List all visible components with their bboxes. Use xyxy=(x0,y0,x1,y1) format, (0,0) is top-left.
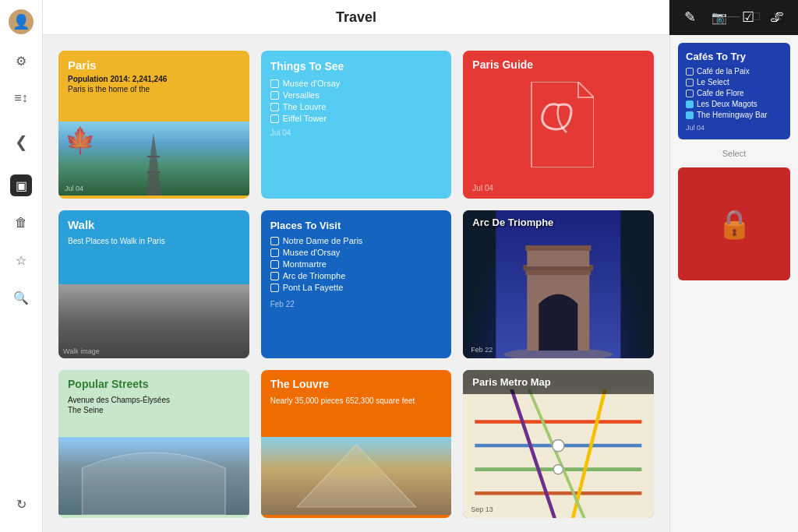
card-paris-image: 🍁 Jul 04 xyxy=(58,122,249,196)
card-walk-body: Best Places to Walk in Paris xyxy=(68,237,240,245)
rp-cafes-checkboxes: Café de la Paix Le Select Cafe de Flore … xyxy=(686,67,782,119)
sidebar-item-trash[interactable]: 🗑 xyxy=(10,212,32,234)
settings-icon[interactable]: ⚙ xyxy=(10,50,32,72)
card-places-date: Feb 22 xyxy=(270,297,443,308)
sidebar-item-notebook[interactable]: ▣ xyxy=(10,174,32,196)
minimize-button[interactable]: — xyxy=(727,9,740,24)
edit-icon[interactable]: ✎ xyxy=(678,5,703,30)
back-button[interactable]: ❮ xyxy=(10,131,32,153)
page-title: Travel xyxy=(336,9,376,25)
card-paris-date: Jul 04 xyxy=(65,185,83,192)
card-popular-image xyxy=(58,437,249,515)
card-louvre-body: Nearly 35,000 pieces 652,300 square feet xyxy=(270,396,443,407)
card-things-checkboxes: Musée d'Orsay Versailles The Louvre Eiff… xyxy=(270,79,443,123)
card-louvre-image xyxy=(261,437,452,515)
sync-icon[interactable]: ↻ xyxy=(10,493,32,515)
notes-grid: Paris Population 2014: 2,241,246 Paris i… xyxy=(43,35,669,532)
svg-rect-14 xyxy=(463,389,654,518)
content-area: Paris Population 2014: 2,241,246 Paris i… xyxy=(43,35,798,532)
pdf-icon xyxy=(524,82,594,167)
sort-icon[interactable]: ≡↕ xyxy=(10,87,32,109)
main-area: Travel ✎ 📷 ☑ 🖇 Paris Population 2014: 2,… xyxy=(43,0,798,532)
card-arc-date: Feb 22 xyxy=(471,346,493,354)
card-popular-streets[interactable]: Popular Streets Avenue des Champs-Élysée… xyxy=(58,370,249,518)
card-the-louvre[interactable]: The Louvre Nearly 35,000 pieces 652,300 … xyxy=(261,370,452,518)
svg-rect-9 xyxy=(526,245,591,251)
card-popular-item2: The Seine xyxy=(68,406,240,414)
svg-point-23 xyxy=(554,465,563,474)
rp-select-label: Select xyxy=(678,147,790,160)
card-arc-de-triomphe[interactable]: Arc De Triomphe xyxy=(463,210,654,358)
card-things-date: Jul 04 xyxy=(270,125,443,137)
card-paris-body: Paris is the home of the xyxy=(68,85,240,93)
rp-card-cafes-to-try[interactable]: Cafés To Try Café de la Paix Le Select C… xyxy=(678,43,790,139)
card-walk[interactable]: Walk Best Places to Walk in Paris Walk i… xyxy=(58,210,249,358)
card-metro-title: Paris Metro Map xyxy=(463,370,654,394)
sidebar-item-star[interactable]: ☆ xyxy=(10,249,32,271)
card-popular-title: Popular Streets xyxy=(68,378,240,390)
card-things-title: Things To See xyxy=(270,60,443,72)
card-metro-date: Sep 13 xyxy=(471,506,493,513)
svg-marker-0 xyxy=(146,133,161,196)
lock-icon: 🔒 xyxy=(717,208,752,241)
card-things-to-see[interactable]: Things To See Musée d'Orsay Versailles T… xyxy=(261,51,452,199)
card-louvre-title: The Louvre xyxy=(270,378,443,390)
sidebar-item-search[interactable]: 🔍 xyxy=(10,287,32,308)
svg-rect-8 xyxy=(528,249,590,266)
avatar[interactable]: 👤 xyxy=(9,9,34,34)
card-paris-metro-map[interactable]: Paris Metro Map xyxy=(463,370,654,518)
maximize-button[interactable]: □ xyxy=(752,9,760,24)
card-paris-title: Paris xyxy=(68,58,240,72)
card-walk-image: Walk image xyxy=(58,284,249,358)
card-places-checkboxes: Notre Dame de Paris Musee d'Orsay Montma… xyxy=(270,236,443,292)
card-arc-title: Arc De Triomphe xyxy=(463,210,563,234)
rp-card-locked[interactable]: 🔒 xyxy=(678,167,790,280)
card-places-title: Places To Visit xyxy=(270,220,443,231)
close-button[interactable]: ✕ xyxy=(772,9,782,24)
card-popular-item1: Avenue des Champs-Élysées xyxy=(68,396,240,404)
right-panel: Cafés To Try Café de la Paix Le Select C… xyxy=(669,35,798,532)
card-paris[interactable]: Paris Population 2014: 2,241,246 Paris i… xyxy=(58,51,249,199)
header-row: Travel ✎ 📷 ☑ 🖇 xyxy=(43,0,798,35)
card-guide-date: Jul 04 xyxy=(472,184,493,192)
rp-cafes-date: Jul 04 xyxy=(686,124,782,132)
rp-cafes-title: Cafés To Try xyxy=(686,51,782,62)
sidebar: 👤 ⚙ ≡↕ ❮ ▣ 🗑 ☆ 🔍 ↻ xyxy=(0,0,43,532)
card-paris-guide[interactable]: Paris Guide Jul 04 xyxy=(463,51,654,199)
card-paris-subtitle: Population 2014: 2,241,246 xyxy=(68,75,240,83)
svg-point-22 xyxy=(553,439,564,451)
card-walk-title: Walk xyxy=(68,218,240,231)
card-places-to-visit[interactable]: Places To Visit Notre Dame de Paris Muse… xyxy=(261,210,452,358)
card-guide-title: Paris Guide xyxy=(472,58,533,71)
